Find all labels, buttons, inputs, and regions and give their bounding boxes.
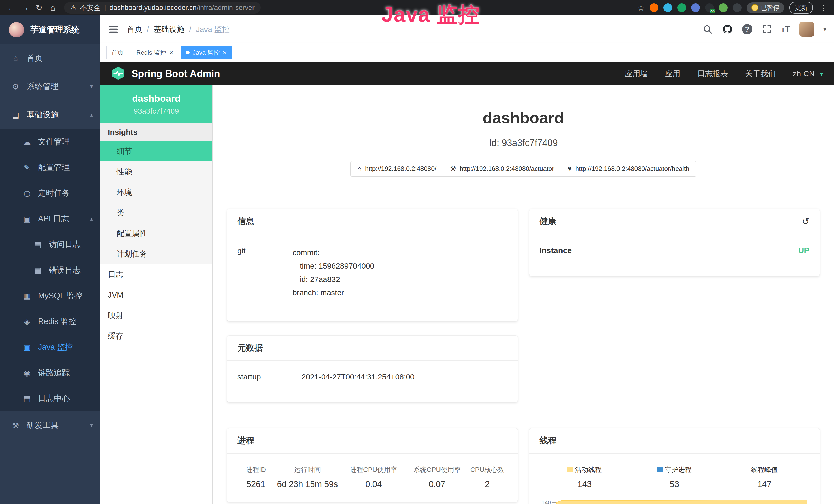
close-icon[interactable]: × — [169, 49, 173, 56]
sidebar-item-system[interactable]: ⚙ 系统管理 ▾ — [0, 72, 100, 101]
tab-redis-monitor[interactable]: Redis 监控 × — [132, 46, 178, 59]
service-url-button[interactable]: ⌂ http://192.168.0.2:48080/ — [350, 161, 443, 177]
tab-java-monitor[interactable]: Java 监控 × — [181, 46, 232, 59]
reload-icon[interactable]: ↻ — [33, 0, 45, 16]
sidebar-item-infrastructure[interactable]: ▤ 基础设施 ▴ — [0, 101, 100, 129]
sidebar-item-log-center[interactable]: ▤ 日志中心 — [0, 386, 100, 411]
forward-icon[interactable]: → — [19, 0, 31, 16]
page-subtitle: Id: 93a3fc7f7409 — [227, 138, 820, 148]
sidebar-item-trace[interactable]: ◉ 链路追踪 — [0, 360, 100, 386]
sidebar-item-label: 文件管理 — [38, 136, 70, 147]
legend-value: 147 — [720, 479, 809, 489]
sidebar-item-scheduled-tasks[interactable]: ◷ 定时任务 — [0, 180, 100, 206]
insights-item-environment[interactable]: 环境 — [100, 182, 213, 203]
tools-icon: ⚒ — [10, 421, 21, 430]
sba-locale-select[interactable]: zh-CN ▾ — [793, 69, 823, 78]
breadcrumb-home[interactable]: 首页 — [127, 24, 142, 35]
sba-nav-applications[interactable]: 应用 — [665, 69, 680, 79]
process-col-label: 进程CPU使用率 — [341, 465, 407, 474]
extension-icon[interactable] — [691, 3, 700, 12]
sidebar-item-access-logs[interactable]: ▤ 访问日志 — [0, 232, 100, 257]
profile-paused-chip[interactable]: 已暂停 — [747, 2, 784, 13]
extension-icon[interactable] — [663, 3, 672, 12]
sba-logo-icon — [111, 66, 125, 82]
search-icon[interactable] — [702, 24, 713, 35]
insights-item-metrics[interactable]: 性能 — [100, 161, 213, 182]
legend-label: 活动线程 — [575, 465, 602, 474]
sba-nav-about[interactable]: 关于我们 — [745, 69, 776, 79]
status-badge: UP — [798, 246, 809, 255]
sba-nav-journal[interactable]: 日志报表 — [697, 69, 728, 79]
extension-icon[interactable] — [719, 3, 728, 12]
sidebar-item-label: Java 监控 — [38, 342, 73, 352]
tab-home[interactable]: 首页 — [106, 46, 128, 59]
sba-brand[interactable]: Spring Boot Admin — [132, 68, 220, 79]
sidebar-item-dev-tools[interactable]: ⚒ 研发工具 ▾ — [0, 411, 100, 439]
insights-item-classes[interactable]: 类 — [100, 203, 213, 223]
back-icon[interactable]: ← — [5, 0, 18, 16]
sidebar-item-file-management[interactable]: ☁ 文件管理 — [0, 129, 100, 155]
sidebar-item-mysql-monitor[interactable]: ▦ MySQL 监控 — [0, 283, 100, 308]
breadcrumb-separator: / — [189, 25, 191, 33]
database-icon: ▦ — [22, 292, 32, 300]
app-sidebar: 芋道管理系统 ⌂ 首页 ⚙ 系统管理 ▾ ▤ 基础设施 ▴ ☁ 文件管理 ✎ — [0, 16, 100, 504]
instance-item-mappings[interactable]: 映射 — [100, 305, 213, 326]
legend-daemon-threads: 守护进程 53 — [630, 465, 720, 489]
sba-nav-wallboard[interactable]: 应用墙 — [625, 69, 648, 79]
sidebar-item-label: 基础设施 — [27, 109, 59, 120]
gear-icon: ⚙ — [10, 82, 21, 91]
instance-item-logs[interactable]: 日志 — [100, 264, 213, 285]
sidebar-item-error-logs[interactable]: ▤ 错误日志 — [0, 257, 100, 283]
insights-item-details[interactable]: 细节 — [100, 141, 213, 161]
sba-header: Spring Boot Admin 应用墙 应用 日志报表 关于我们 zh-CN… — [100, 62, 834, 85]
active-threads-area — [556, 500, 807, 504]
extension-on-badge: on — [710, 9, 715, 13]
insights-item-config-props[interactable]: 配置属性 — [100, 223, 213, 244]
user-avatar[interactable] — [799, 22, 814, 37]
actuator-url-button[interactable]: ⚒ http://192.168.0.2:48080/actuator — [443, 161, 561, 177]
sidebar-item-java-monitor[interactable]: ▣ Java 监控 — [0, 334, 100, 360]
sidebar-item-api-logs[interactable]: ▣ API 日志 ▴ — [0, 206, 100, 232]
health-instance-row[interactable]: Instance UP — [540, 246, 810, 263]
instance-item-caches[interactable]: 缓存 — [100, 326, 213, 346]
extension-icon[interactable] — [733, 3, 742, 12]
sidebar-item-home[interactable]: ⌂ 首页 — [0, 44, 100, 72]
instance-header: dashboard 93a3fc7f7409 — [100, 85, 213, 123]
close-icon[interactable]: × — [223, 49, 227, 56]
extension-icon[interactable] — [677, 3, 686, 12]
instance-item-jvm[interactable]: JVM — [100, 285, 213, 305]
hamburger-icon[interactable] — [108, 24, 119, 35]
sidebar-item-redis-monitor[interactable]: ◈ Redis 监控 — [0, 308, 100, 334]
browser-home-icon[interactable]: ⌂ — [47, 0, 59, 16]
sidebar-item-label: 日志中心 — [38, 393, 70, 404]
help-icon[interactable]: ? — [742, 24, 752, 35]
insights-item-scheduled-tasks[interactable]: 计划任务 — [100, 244, 213, 264]
avatar-caret-icon[interactable]: ▾ — [824, 26, 826, 32]
update-button[interactable]: 更新 — [789, 2, 813, 14]
extension-icon[interactable]: on — [705, 3, 714, 12]
fullscreen-icon[interactable] — [762, 24, 772, 35]
insights-section-label: Insights — [100, 123, 213, 141]
legend-swatch-yellow — [567, 467, 573, 473]
topbar-actions: ? тT ▾ — [702, 22, 826, 37]
font-size-icon[interactable]: тT — [781, 25, 790, 34]
breadcrumb-infrastructure[interactable]: 基础设施 — [154, 24, 184, 35]
process-col-syscpu: 系统CPU使用率 0.07 — [407, 465, 467, 489]
heart-icon: ♥ — [568, 165, 572, 173]
sba-workspace: dashboard 93a3fc7f7409 Insights 细节 性能 环境… — [100, 85, 834, 504]
extension-icon[interactable] — [650, 3, 658, 12]
wrench-icon: ⚒ — [450, 165, 456, 173]
app-logo[interactable]: 芋道管理系统 — [0, 16, 100, 44]
actuator-url: http://192.168.0.2:48080/actuator — [460, 165, 554, 173]
browser-menu-icon[interactable]: ⋮ — [818, 3, 829, 12]
address-bar[interactable]: ⚠ 不安全 | dashboard.yudao.iocoder.cn/infra… — [64, 2, 261, 14]
security-label[interactable]: 不安全 — [80, 3, 101, 12]
instance-links: ⌂ http://192.168.0.2:48080/ ⚒ http://192… — [227, 161, 820, 177]
github-icon[interactable] — [722, 24, 733, 35]
bookmark-star-icon[interactable]: ☆ — [637, 3, 644, 12]
sidebar-item-config-management[interactable]: ✎ 配置管理 — [0, 155, 100, 180]
metadata-value: 2021-04-27T00:44:31.254+08:00 — [302, 372, 415, 381]
home-icon: ⌂ — [10, 54, 21, 63]
history-icon[interactable]: ↺ — [802, 216, 810, 226]
health-url-button[interactable]: ♥ http://192.168.0.2:48080/actuator/heal… — [561, 161, 696, 177]
